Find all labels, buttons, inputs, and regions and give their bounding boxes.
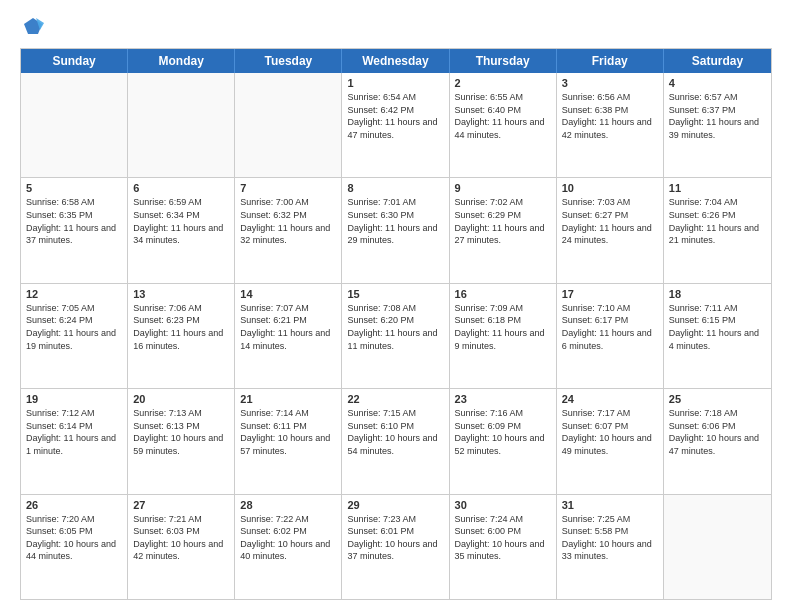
cal-cell-empty-0-1 (128, 73, 235, 177)
cell-info: Sunrise: 7:18 AMSunset: 6:06 PMDaylight:… (669, 407, 766, 457)
day-number: 14 (240, 288, 336, 300)
cal-cell-28: 28Sunrise: 7:22 AMSunset: 6:02 PMDayligh… (235, 495, 342, 599)
day-number: 2 (455, 77, 551, 89)
day-number: 25 (669, 393, 766, 405)
cal-cell-8: 8Sunrise: 7:01 AMSunset: 6:30 PMDaylight… (342, 178, 449, 282)
cal-cell-6: 6Sunrise: 6:59 AMSunset: 6:34 PMDaylight… (128, 178, 235, 282)
cell-info: Sunrise: 7:25 AMSunset: 5:58 PMDaylight:… (562, 513, 658, 563)
cal-cell-11: 11Sunrise: 7:04 AMSunset: 6:26 PMDayligh… (664, 178, 771, 282)
cal-header-wednesday: Wednesday (342, 49, 449, 73)
cell-info: Sunrise: 6:58 AMSunset: 6:35 PMDaylight:… (26, 196, 122, 246)
cal-cell-15: 15Sunrise: 7:08 AMSunset: 6:20 PMDayligh… (342, 284, 449, 388)
cal-cell-16: 16Sunrise: 7:09 AMSunset: 6:18 PMDayligh… (450, 284, 557, 388)
day-number: 20 (133, 393, 229, 405)
calendar-body: 1Sunrise: 6:54 AMSunset: 6:42 PMDaylight… (21, 73, 771, 599)
cal-header-friday: Friday (557, 49, 664, 73)
cal-week-1: 5Sunrise: 6:58 AMSunset: 6:35 PMDaylight… (21, 177, 771, 282)
day-number: 19 (26, 393, 122, 405)
cell-info: Sunrise: 7:23 AMSunset: 6:01 PMDaylight:… (347, 513, 443, 563)
day-number: 29 (347, 499, 443, 511)
cal-cell-21: 21Sunrise: 7:14 AMSunset: 6:11 PMDayligh… (235, 389, 342, 493)
day-number: 31 (562, 499, 658, 511)
cell-info: Sunrise: 6:56 AMSunset: 6:38 PMDaylight:… (562, 91, 658, 141)
cal-cell-22: 22Sunrise: 7:15 AMSunset: 6:10 PMDayligh… (342, 389, 449, 493)
cal-header-sunday: Sunday (21, 49, 128, 73)
cell-info: Sunrise: 7:16 AMSunset: 6:09 PMDaylight:… (455, 407, 551, 457)
cal-cell-empty-0-0 (21, 73, 128, 177)
cal-cell-7: 7Sunrise: 7:00 AMSunset: 6:32 PMDaylight… (235, 178, 342, 282)
cell-info: Sunrise: 7:08 AMSunset: 6:20 PMDaylight:… (347, 302, 443, 352)
day-number: 15 (347, 288, 443, 300)
cell-info: Sunrise: 7:04 AMSunset: 6:26 PMDaylight:… (669, 196, 766, 246)
day-number: 30 (455, 499, 551, 511)
day-number: 21 (240, 393, 336, 405)
cell-info: Sunrise: 7:03 AMSunset: 6:27 PMDaylight:… (562, 196, 658, 246)
cal-cell-10: 10Sunrise: 7:03 AMSunset: 6:27 PMDayligh… (557, 178, 664, 282)
day-number: 26 (26, 499, 122, 511)
cal-week-3: 19Sunrise: 7:12 AMSunset: 6:14 PMDayligh… (21, 388, 771, 493)
day-number: 12 (26, 288, 122, 300)
cell-info: Sunrise: 7:02 AMSunset: 6:29 PMDaylight:… (455, 196, 551, 246)
cal-cell-12: 12Sunrise: 7:05 AMSunset: 6:24 PMDayligh… (21, 284, 128, 388)
cal-cell-empty-4-6 (664, 495, 771, 599)
cal-cell-5: 5Sunrise: 6:58 AMSunset: 6:35 PMDaylight… (21, 178, 128, 282)
day-number: 27 (133, 499, 229, 511)
cell-info: Sunrise: 7:12 AMSunset: 6:14 PMDaylight:… (26, 407, 122, 457)
day-number: 16 (455, 288, 551, 300)
cell-info: Sunrise: 7:13 AMSunset: 6:13 PMDaylight:… (133, 407, 229, 457)
day-number: 17 (562, 288, 658, 300)
day-number: 24 (562, 393, 658, 405)
cell-info: Sunrise: 6:54 AMSunset: 6:42 PMDaylight:… (347, 91, 443, 141)
cal-cell-24: 24Sunrise: 7:17 AMSunset: 6:07 PMDayligh… (557, 389, 664, 493)
cal-header-thursday: Thursday (450, 49, 557, 73)
cell-info: Sunrise: 7:14 AMSunset: 6:11 PMDaylight:… (240, 407, 336, 457)
day-number: 7 (240, 182, 336, 194)
cell-info: Sunrise: 7:21 AMSunset: 6:03 PMDaylight:… (133, 513, 229, 563)
cal-cell-27: 27Sunrise: 7:21 AMSunset: 6:03 PMDayligh… (128, 495, 235, 599)
calendar: SundayMondayTuesdayWednesdayThursdayFrid… (20, 48, 772, 600)
cal-cell-20: 20Sunrise: 7:13 AMSunset: 6:13 PMDayligh… (128, 389, 235, 493)
cal-week-2: 12Sunrise: 7:05 AMSunset: 6:24 PMDayligh… (21, 283, 771, 388)
cal-cell-3: 3Sunrise: 6:56 AMSunset: 6:38 PMDaylight… (557, 73, 664, 177)
cell-info: Sunrise: 7:15 AMSunset: 6:10 PMDaylight:… (347, 407, 443, 457)
cell-info: Sunrise: 7:09 AMSunset: 6:18 PMDaylight:… (455, 302, 551, 352)
logo (20, 16, 44, 38)
day-number: 1 (347, 77, 443, 89)
logo-flag-icon (22, 16, 44, 38)
cal-cell-30: 30Sunrise: 7:24 AMSunset: 6:00 PMDayligh… (450, 495, 557, 599)
day-number: 4 (669, 77, 766, 89)
cell-info: Sunrise: 6:55 AMSunset: 6:40 PMDaylight:… (455, 91, 551, 141)
cal-header-saturday: Saturday (664, 49, 771, 73)
day-number: 6 (133, 182, 229, 194)
cal-cell-1: 1Sunrise: 6:54 AMSunset: 6:42 PMDaylight… (342, 73, 449, 177)
cell-info: Sunrise: 7:01 AMSunset: 6:30 PMDaylight:… (347, 196, 443, 246)
cal-cell-18: 18Sunrise: 7:11 AMSunset: 6:15 PMDayligh… (664, 284, 771, 388)
cal-header-tuesday: Tuesday (235, 49, 342, 73)
cell-info: Sunrise: 7:06 AMSunset: 6:23 PMDaylight:… (133, 302, 229, 352)
cal-cell-23: 23Sunrise: 7:16 AMSunset: 6:09 PMDayligh… (450, 389, 557, 493)
day-number: 11 (669, 182, 766, 194)
cell-info: Sunrise: 6:57 AMSunset: 6:37 PMDaylight:… (669, 91, 766, 141)
cell-info: Sunrise: 7:10 AMSunset: 6:17 PMDaylight:… (562, 302, 658, 352)
day-number: 22 (347, 393, 443, 405)
cal-cell-9: 9Sunrise: 7:02 AMSunset: 6:29 PMDaylight… (450, 178, 557, 282)
header (20, 16, 772, 38)
page: SundayMondayTuesdayWednesdayThursdayFrid… (0, 0, 792, 612)
cal-cell-29: 29Sunrise: 7:23 AMSunset: 6:01 PMDayligh… (342, 495, 449, 599)
day-number: 28 (240, 499, 336, 511)
cal-cell-19: 19Sunrise: 7:12 AMSunset: 6:14 PMDayligh… (21, 389, 128, 493)
cal-cell-empty-0-2 (235, 73, 342, 177)
cal-week-4: 26Sunrise: 7:20 AMSunset: 6:05 PMDayligh… (21, 494, 771, 599)
cal-cell-25: 25Sunrise: 7:18 AMSunset: 6:06 PMDayligh… (664, 389, 771, 493)
day-number: 3 (562, 77, 658, 89)
cal-week-0: 1Sunrise: 6:54 AMSunset: 6:42 PMDaylight… (21, 73, 771, 177)
cal-cell-14: 14Sunrise: 7:07 AMSunset: 6:21 PMDayligh… (235, 284, 342, 388)
cal-header-monday: Monday (128, 49, 235, 73)
cell-info: Sunrise: 7:11 AMSunset: 6:15 PMDaylight:… (669, 302, 766, 352)
cell-info: Sunrise: 7:05 AMSunset: 6:24 PMDaylight:… (26, 302, 122, 352)
day-number: 9 (455, 182, 551, 194)
day-number: 8 (347, 182, 443, 194)
day-number: 5 (26, 182, 122, 194)
cell-info: Sunrise: 7:24 AMSunset: 6:00 PMDaylight:… (455, 513, 551, 563)
cal-cell-4: 4Sunrise: 6:57 AMSunset: 6:37 PMDaylight… (664, 73, 771, 177)
